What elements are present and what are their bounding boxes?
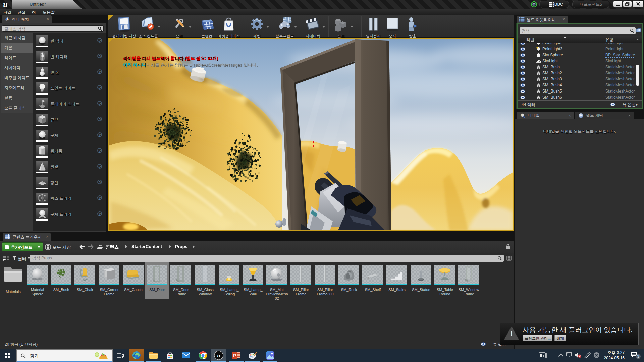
svg-text:P: P [233,353,236,358]
svg-text:u: u [217,352,220,359]
